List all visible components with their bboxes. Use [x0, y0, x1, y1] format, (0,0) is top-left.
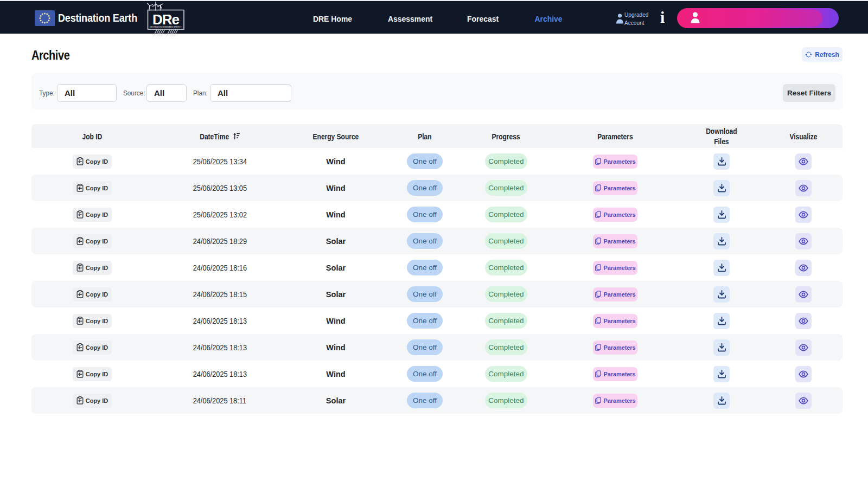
svg-text:DRe: DRe — [152, 11, 180, 28]
svg-text:DESTINATION RENEWABLE ENERGY: DESTINATION RENEWABLE ENERGY — [150, 26, 182, 28]
